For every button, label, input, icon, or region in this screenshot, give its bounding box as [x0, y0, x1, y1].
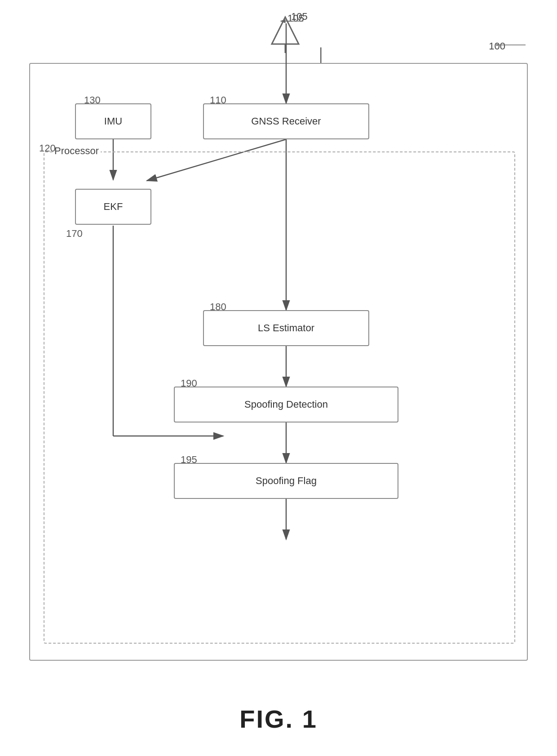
imu-box: IMU	[75, 103, 151, 139]
ref-110: 110	[210, 94, 226, 106]
imu-label: IMU	[104, 116, 122, 127]
processor-label: Processor	[53, 145, 101, 157]
label-105: 105	[291, 11, 308, 22]
ref-190: 190	[181, 378, 197, 389]
ref-195: 195	[181, 454, 197, 466]
spoofing-detection-label: Spoofing Detection	[244, 399, 328, 410]
ls-estimator-label: LS Estimator	[258, 322, 314, 334]
ref-180: 180	[210, 301, 226, 313]
ref-120: 120	[39, 142, 56, 154]
ref-100-arrow	[496, 38, 528, 52]
ref-170: 170	[66, 228, 83, 240]
spoofing-flag-box: Spoofing Flag	[174, 463, 398, 499]
gnss-label: GNSS Receiver	[251, 116, 321, 127]
ekf-label: EKF	[104, 201, 123, 213]
spoofing-detection-box: Spoofing Detection	[174, 387, 398, 422]
figure-label: FIG. 1	[0, 704, 557, 734]
spoofing-flag-label: Spoofing Flag	[256, 475, 317, 487]
outer-box: Processor 120 IMU 130 GNSS Receiver 110 …	[29, 63, 528, 661]
ekf-box: EKF	[75, 189, 151, 225]
ls-estimator-box: LS Estimator	[203, 310, 369, 346]
ref-130: 130	[84, 94, 101, 106]
gnss-box: GNSS Receiver	[203, 103, 369, 139]
